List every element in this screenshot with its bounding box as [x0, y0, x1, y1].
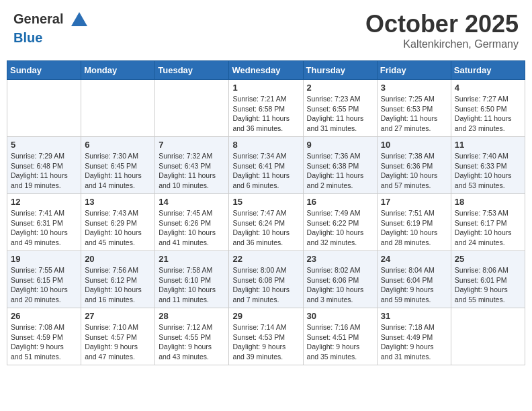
day-info: Sunrise: 7:51 AM Sunset: 6:19 PM Dayligh… [381, 208, 447, 248]
weekday-header-saturday: Saturday [451, 61, 525, 80]
day-number: 20 [85, 254, 151, 264]
day-number: 25 [455, 254, 521, 264]
calendar-cell: 28Sunrise: 7:12 AM Sunset: 4:55 PM Dayli… [155, 308, 229, 365]
day-info: Sunrise: 7:41 AM Sunset: 6:31 PM Dayligh… [11, 208, 77, 248]
day-info: Sunrise: 7:40 AM Sunset: 6:33 PM Dayligh… [455, 151, 521, 191]
calendar-cell: 19Sunrise: 7:55 AM Sunset: 6:15 PM Dayli… [7, 251, 81, 308]
calendar-cell: 1Sunrise: 7:21 AM Sunset: 6:58 PM Daylig… [229, 80, 303, 137]
calendar-cell: 4Sunrise: 7:27 AM Sunset: 6:50 PM Daylig… [451, 80, 525, 137]
calendar-cell: 2Sunrise: 7:23 AM Sunset: 6:55 PM Daylig… [303, 80, 377, 137]
location: Kaltenkirchen, Germany [365, 38, 519, 50]
calendar-cell: 23Sunrise: 8:02 AM Sunset: 6:06 PM Dayli… [303, 251, 377, 308]
week-row-1: 1Sunrise: 7:21 AM Sunset: 6:58 PM Daylig… [7, 80, 525, 137]
calendar-cell: 13Sunrise: 7:43 AM Sunset: 6:29 PM Dayli… [81, 194, 155, 251]
calendar-cell: 5Sunrise: 7:29 AM Sunset: 6:48 PM Daylig… [7, 137, 81, 194]
day-info: Sunrise: 7:10 AM Sunset: 4:57 PM Dayligh… [85, 322, 151, 362]
weekday-header-sunday: Sunday [7, 61, 81, 80]
day-number: 22 [232, 254, 299, 264]
week-row-3: 12Sunrise: 7:41 AM Sunset: 6:31 PM Dayli… [7, 194, 525, 251]
calendar-cell: 16Sunrise: 7:49 AM Sunset: 6:22 PM Dayli… [303, 194, 377, 251]
calendar-cell: 21Sunrise: 7:58 AM Sunset: 6:10 PM Dayli… [155, 251, 229, 308]
week-row-4: 19Sunrise: 7:55 AM Sunset: 6:15 PM Dayli… [7, 251, 525, 308]
calendar-cell: 24Sunrise: 8:04 AM Sunset: 6:04 PM Dayli… [377, 251, 451, 308]
day-number: 9 [307, 140, 373, 150]
day-number: 4 [455, 83, 521, 93]
logo: General Blue [13, 10, 89, 45]
weekday-header-wednesday: Wednesday [229, 61, 303, 80]
day-info: Sunrise: 7:49 AM Sunset: 6:22 PM Dayligh… [307, 208, 373, 248]
day-number: 12 [11, 197, 77, 207]
day-info: Sunrise: 7:43 AM Sunset: 6:29 PM Dayligh… [85, 208, 151, 248]
week-row-5: 26Sunrise: 7:08 AM Sunset: 4:59 PM Dayli… [7, 308, 525, 365]
day-info: Sunrise: 7:32 AM Sunset: 6:43 PM Dayligh… [159, 151, 225, 191]
day-number: 28 [159, 311, 225, 321]
day-info: Sunrise: 7:47 AM Sunset: 6:24 PM Dayligh… [232, 208, 299, 248]
day-number: 8 [232, 140, 299, 150]
day-number: 19 [11, 254, 77, 264]
day-number: 3 [381, 83, 447, 93]
day-number: 11 [455, 140, 521, 150]
calendar-cell: 31Sunrise: 7:18 AM Sunset: 4:49 PM Dayli… [377, 308, 451, 365]
day-info: Sunrise: 7:21 AM Sunset: 6:58 PM Dayligh… [232, 94, 299, 134]
day-number: 27 [85, 311, 151, 321]
day-number: 1 [232, 83, 299, 93]
logo-general: General [13, 11, 63, 26]
day-number: 2 [307, 83, 373, 93]
day-info: Sunrise: 7:30 AM Sunset: 6:45 PM Dayligh… [85, 151, 151, 191]
calendar-cell: 12Sunrise: 7:41 AM Sunset: 6:31 PM Dayli… [7, 194, 81, 251]
day-number: 18 [455, 197, 521, 207]
day-number: 24 [381, 254, 447, 264]
calendar-cell: 22Sunrise: 8:00 AM Sunset: 6:08 PM Dayli… [229, 251, 303, 308]
week-row-2: 5Sunrise: 7:29 AM Sunset: 6:48 PM Daylig… [7, 137, 525, 194]
logo-blue: Blue [13, 30, 42, 45]
calendar-table: SundayMondayTuesdayWednesdayThursdayFrid… [7, 60, 525, 365]
day-info: Sunrise: 7:25 AM Sunset: 6:53 PM Dayligh… [381, 94, 447, 134]
day-number: 13 [85, 197, 151, 207]
day-number: 30 [307, 311, 373, 321]
day-number: 6 [85, 140, 151, 150]
day-number: 16 [307, 197, 373, 207]
calendar-cell: 11Sunrise: 7:40 AM Sunset: 6:33 PM Dayli… [451, 137, 525, 194]
day-number: 23 [307, 254, 373, 264]
day-number: 17 [381, 197, 447, 207]
day-info: Sunrise: 7:38 AM Sunset: 6:36 PM Dayligh… [381, 151, 447, 191]
day-number: 29 [232, 311, 299, 321]
day-info: Sunrise: 7:12 AM Sunset: 4:55 PM Dayligh… [159, 322, 225, 362]
day-number: 26 [11, 311, 77, 321]
day-number: 21 [159, 254, 225, 264]
calendar-cell: 9Sunrise: 7:36 AM Sunset: 6:38 PM Daylig… [303, 137, 377, 194]
day-info: Sunrise: 8:06 AM Sunset: 6:01 PM Dayligh… [455, 265, 521, 305]
day-info: Sunrise: 7:56 AM Sunset: 6:12 PM Dayligh… [85, 265, 151, 305]
calendar-cell [451, 308, 525, 365]
calendar-cell: 3Sunrise: 7:25 AM Sunset: 6:53 PM Daylig… [377, 80, 451, 137]
calendar-cell: 30Sunrise: 7:16 AM Sunset: 4:51 PM Dayli… [303, 308, 377, 365]
calendar-cell: 25Sunrise: 8:06 AM Sunset: 6:01 PM Dayli… [451, 251, 525, 308]
calendar-cell: 26Sunrise: 7:08 AM Sunset: 4:59 PM Dayli… [7, 308, 81, 365]
weekday-header-row: SundayMondayTuesdayWednesdayThursdayFrid… [7, 61, 525, 80]
title-block: October 2025 Kaltenkirchen, Germany [365, 10, 519, 50]
day-info: Sunrise: 8:04 AM Sunset: 6:04 PM Dayligh… [381, 265, 447, 305]
month-title: October 2025 [365, 10, 519, 38]
calendar-cell [155, 80, 229, 137]
day-info: Sunrise: 7:34 AM Sunset: 6:41 PM Dayligh… [232, 151, 299, 191]
weekday-header-friday: Friday [377, 61, 451, 80]
day-info: Sunrise: 7:27 AM Sunset: 6:50 PM Dayligh… [455, 94, 521, 134]
day-number: 5 [11, 140, 77, 150]
day-info: Sunrise: 8:00 AM Sunset: 6:08 PM Dayligh… [232, 265, 299, 305]
calendar-cell: 7Sunrise: 7:32 AM Sunset: 6:43 PM Daylig… [155, 137, 229, 194]
day-info: Sunrise: 7:29 AM Sunset: 6:48 PM Dayligh… [11, 151, 77, 191]
svg-marker-0 [71, 12, 87, 26]
weekday-header-thursday: Thursday [303, 61, 377, 80]
calendar-cell: 20Sunrise: 7:56 AM Sunset: 6:12 PM Dayli… [81, 251, 155, 308]
weekday-header-monday: Monday [81, 61, 155, 80]
day-number: 31 [381, 311, 447, 321]
day-number: 10 [381, 140, 447, 150]
day-info: Sunrise: 7:18 AM Sunset: 4:49 PM Dayligh… [381, 322, 447, 362]
calendar-cell: 14Sunrise: 7:45 AM Sunset: 6:26 PM Dayli… [155, 194, 229, 251]
page-header: General Blue October 2025 Kaltenkirchen,… [7, 7, 525, 54]
calendar-cell: 18Sunrise: 7:53 AM Sunset: 6:17 PM Dayli… [451, 194, 525, 251]
day-info: Sunrise: 7:58 AM Sunset: 6:10 PM Dayligh… [159, 265, 225, 305]
calendar-cell: 8Sunrise: 7:34 AM Sunset: 6:41 PM Daylig… [229, 137, 303, 194]
weekday-header-tuesday: Tuesday [155, 61, 229, 80]
calendar-cell: 15Sunrise: 7:47 AM Sunset: 6:24 PM Dayli… [229, 194, 303, 251]
